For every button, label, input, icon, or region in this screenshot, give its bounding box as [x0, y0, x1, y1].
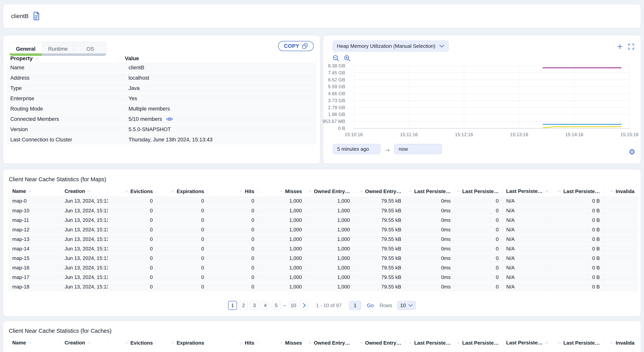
sort-caret-icon — [359, 342, 363, 344]
tab-general[interactable]: General — [10, 42, 42, 56]
time-from-input[interactable] — [333, 144, 380, 154]
column-header-last-persiste[interactable]: Last Persiste… — [551, 186, 603, 196]
column-header-last-persiste[interactable]: Last Persiste… — [502, 338, 551, 348]
column-header-last-persiste[interactable]: Last Persiste… — [405, 338, 454, 348]
table-cell: 0 — [208, 263, 258, 273]
column-header-property[interactable]: Property — [7, 55, 118, 61]
fullscreen-icon[interactable] — [628, 43, 635, 50]
column-header-evictions[interactable]: Evictions — [108, 186, 156, 196]
column-header-evictions[interactable]: Evictions — [108, 338, 156, 348]
table-cell: 1,000 — [258, 244, 306, 254]
table-cell: 0ms — [405, 235, 454, 244]
document-icon[interactable] — [33, 12, 40, 20]
sort-caret-icon — [610, 190, 614, 193]
page-button-1[interactable]: 1 — [228, 301, 237, 310]
page-button-4[interactable]: 4 — [261, 301, 270, 310]
column-header-name[interactable]: Name — [8, 338, 61, 348]
table-cell: 0 — [156, 225, 208, 235]
table-cell: N/A — [502, 225, 551, 235]
sort-caret-icon — [124, 190, 128, 193]
property-value: Yes — [128, 96, 137, 102]
zoom-out-icon[interactable] — [332, 55, 340, 62]
column-header-invalida[interactable]: Invalida — [603, 186, 638, 196]
column-header-owned-entry[interactable]: Owned Entry… — [354, 338, 405, 348]
table-cell: 0ms — [405, 263, 454, 273]
column-header-expirations[interactable]: Expirations — [156, 338, 208, 348]
column-header-hits[interactable]: Hits — [208, 338, 258, 348]
column-header-misses[interactable]: Misses — [258, 338, 306, 348]
property-name: Version — [7, 126, 122, 132]
column-header-last-persiste[interactable]: Last Persiste… — [551, 338, 603, 348]
table-cell: 0 B — [551, 225, 603, 235]
table-cell: 0 — [208, 254, 258, 263]
metric-dropdown-value: Heap Memory Utilization (Manual Selectio… — [337, 43, 439, 49]
table-cell: 1,000 — [258, 273, 306, 282]
column-header-expirations[interactable]: Expirations — [156, 186, 208, 196]
page-number-input[interactable] — [349, 301, 361, 310]
column-header-invalida[interactable]: Invalida — [603, 338, 638, 348]
time-to-input[interactable] — [394, 144, 442, 154]
copy-button[interactable]: COPY — [278, 41, 314, 51]
table-cell: 1,000 — [306, 254, 354, 263]
column-header-creation[interactable]: Creation — [61, 338, 108, 348]
column-header-misses[interactable]: Misses — [258, 186, 306, 196]
column-header-name[interactable]: Name — [8, 186, 61, 196]
page-button-3[interactable]: 3 — [250, 301, 259, 310]
sort-caret-icon — [28, 190, 32, 192]
table-cell: map-0 — [8, 196, 61, 206]
column-header-hits[interactable]: Hits — [208, 186, 258, 196]
table-cell: 0ms — [405, 244, 454, 254]
eye-icon[interactable] — [166, 117, 173, 122]
gear-icon[interactable]: ⚙ — [629, 148, 635, 156]
column-header-last-persiste[interactable]: Last Persiste… — [454, 186, 502, 196]
go-button[interactable]: Go — [367, 303, 374, 309]
column-header-last-persiste[interactable]: Last Persiste… — [405, 186, 454, 196]
column-header-owned-entry[interactable]: Owned Entry… — [306, 186, 354, 196]
property-table-body: NameclientBAddresslocalhostTypeJavaEnter… — [7, 63, 316, 145]
table-cell: 1,000 — [258, 196, 306, 206]
column-header-owned-entry[interactable]: Owned Entry… — [354, 186, 405, 196]
arrow-right-icon: → — [384, 145, 391, 153]
table-cell: 79.55 kB — [354, 206, 405, 215]
page-button-5[interactable]: 5 — [272, 301, 280, 310]
table-cell: 0 — [208, 215, 258, 225]
table-cell: map-17 — [8, 273, 61, 282]
column-header-owned-entry[interactable]: Owned Entry… — [306, 338, 354, 348]
add-chart-icon[interactable] — [616, 43, 624, 50]
heap-memory-chart[interactable] — [354, 64, 630, 130]
table-cell: 1,000 — [306, 215, 354, 225]
column-header-value[interactable]: Value — [118, 55, 316, 61]
property-row: Last Connection to ClusterThursday, June… — [7, 135, 316, 145]
table-cell: map-16 — [8, 263, 61, 273]
tab-os[interactable]: OS — [74, 42, 106, 56]
table-cell: 1,000 — [306, 282, 354, 292]
y-tick-label: 8.38 GB — [328, 63, 345, 68]
table-cell: N/A — [502, 273, 551, 282]
table-cell: 79.55 kB — [354, 225, 405, 235]
metric-dropdown[interactable]: Heap Memory Utilization (Manual Selectio… — [333, 41, 448, 51]
zoom-in-icon[interactable] — [344, 55, 351, 62]
client-detail-page: { "header": { "title": "clientB" }, "det… — [0, 0, 644, 352]
property-value: localhost — [128, 75, 149, 81]
property-name: Enterprise — [7, 96, 122, 102]
page-button-2[interactable]: 2 — [239, 301, 248, 310]
rows-per-page-select[interactable]: 10 — [397, 301, 416, 310]
y-tick-label: 4.66 GB — [328, 91, 345, 96]
column-header-last-persiste[interactable]: Last Persiste… — [454, 338, 502, 348]
property-name: Type — [7, 85, 122, 91]
chart-x-axis-labels: 15:10:1615:11:1615:12:1615:13:1615:14:16… — [354, 132, 630, 138]
table-cell — [603, 225, 638, 235]
next-page-button[interactable] — [300, 301, 309, 310]
tab-runtime[interactable]: Runtime — [42, 42, 74, 56]
column-header-creation[interactable]: Creation — [61, 186, 108, 196]
table-cell: 0 — [108, 263, 156, 273]
table-cell: Jun 13, 2024, 15:13:45 — [61, 254, 108, 263]
table-cell: 0 — [208, 244, 258, 254]
metrics-chart-card: Heap Memory Utilization (Manual Selectio… — [323, 35, 641, 164]
y-tick-label: 1.86 GB — [328, 112, 345, 117]
page-button-last[interactable]: 10 — [289, 301, 298, 310]
pagination: 12345–101 - 10 of 97GoRows10 — [3, 301, 641, 310]
caches-section-title: Client Near Cache Statistics (for Caches… — [9, 328, 112, 334]
column-header-last-persiste[interactable]: Last Persiste… — [502, 186, 551, 196]
table-cell: 79.55 kB — [354, 273, 405, 282]
